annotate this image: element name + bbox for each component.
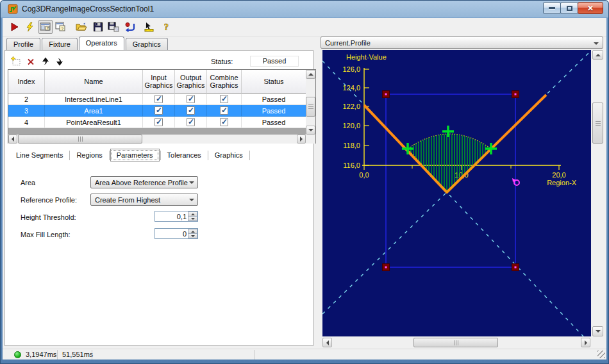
output-graphics-checkbox[interactable] <box>187 118 195 126</box>
combine-graphics-checkbox[interactable] <box>220 95 228 103</box>
float-result-display-button[interactable]: ? <box>54 20 68 34</box>
electric-pointer-button[interactable] <box>142 20 156 34</box>
title-bar[interactable]: Cog3DRangeImageCrossSectionTool1 ✕ <box>0 0 609 18</box>
maximize-button[interactable] <box>560 2 578 14</box>
open-button[interactable] <box>74 20 88 34</box>
chart-scroll-right-button[interactable] <box>581 338 590 347</box>
operator-row-intersectlineline1[interactable]: 2IntersectLineLine1Passed <box>8 94 306 105</box>
region-corner-handle[interactable] <box>512 91 519 98</box>
tab-separator <box>109 151 110 160</box>
delete-operator-button[interactable] <box>25 56 37 67</box>
max-fill-length-stepper[interactable]: 0 <box>154 228 198 239</box>
show-result-display-button[interactable]: ? <box>38 20 53 34</box>
column-header-status[interactable]: Status <box>242 70 306 94</box>
move-up-button[interactable] <box>40 56 51 67</box>
reference-profile-label: Reference Profile: <box>21 196 77 204</box>
profile-selector[interactable]: Current.Profile <box>321 37 603 49</box>
tab-parameters[interactable]: Parameters <box>110 149 160 161</box>
region-corner-handle[interactable] <box>383 264 390 271</box>
live-run-button[interactable] <box>23 20 37 34</box>
move-down-button[interactable] <box>54 56 65 67</box>
height-threshold-stepper[interactable]: 0,1 <box>154 211 198 222</box>
combine-graphics-checkbox[interactable] <box>220 106 228 115</box>
divider <box>92 350 92 360</box>
cell-input-graphics <box>143 94 175 105</box>
help-button[interactable]: ? <box>160 20 174 34</box>
up-arrow-icon <box>596 54 601 56</box>
chart-vscroll-thumb[interactable] <box>592 103 603 144</box>
save-as-button[interactable] <box>106 20 121 34</box>
thumb-grip <box>78 136 83 142</box>
cell-index: 4 <box>8 117 45 128</box>
chart-hscroll-thumb[interactable] <box>413 338 498 347</box>
region-corner-handle[interactable] <box>383 91 390 98</box>
operator-row-pointarearesult1[interactable]: 4PointAreaResult1Passed <box>8 117 306 128</box>
tab-regions[interactable]: Regions <box>71 149 108 161</box>
max-fill-length-value: 0 <box>183 230 187 238</box>
chart-scroll-left-button[interactable] <box>322 338 332 347</box>
column-header-input-graphics[interactable]: Input Graphics <box>143 70 175 94</box>
operator-row-area1[interactable]: 3Area1Passed <box>8 105 306 117</box>
chart-scroll-up-button[interactable] <box>592 50 603 60</box>
table-scroll-right-button[interactable] <box>297 135 306 144</box>
cell-combine-graphics <box>207 105 242 117</box>
tab-separator <box>160 151 161 160</box>
table-scroll-down-button[interactable] <box>306 126 315 135</box>
stepper-buttons <box>188 211 197 221</box>
stepper-down-button[interactable] <box>188 216 197 221</box>
tab-fixture[interactable]: Fixture <box>42 38 78 50</box>
save-button[interactable] <box>91 20 105 34</box>
close-button[interactable]: ✕ <box>578 2 603 14</box>
column-header-name[interactable]: Name <box>45 70 143 94</box>
column-header-combine-graphics[interactable]: Combine Graphics <box>207 70 242 94</box>
output-graphics-checkbox[interactable] <box>187 95 195 103</box>
cell-combine-graphics <box>207 94 242 105</box>
cell-output-graphics <box>175 117 207 128</box>
reset-arrow-icon <box>124 22 136 32</box>
table-scroll-left-button[interactable] <box>8 135 17 144</box>
resize-grip[interactable] <box>597 351 605 358</box>
tab-graphics[interactable]: Graphics <box>209 149 249 161</box>
y-tick-label: 122,0 <box>342 103 360 110</box>
up-arrow-icon <box>191 213 195 215</box>
tab-line-segments[interactable]: Line Segments <box>10 149 69 161</box>
status-value: Passed <box>250 56 299 67</box>
status-label: Status: <box>211 58 233 65</box>
run-button[interactable] <box>8 20 22 34</box>
cell-name: Area1 <box>45 105 143 117</box>
x-tick-label: 20,0 <box>552 171 565 179</box>
y-tick-label: 126,0 <box>342 65 360 73</box>
delete-x-icon <box>26 56 36 67</box>
tab-operators[interactable]: Operators <box>79 37 124 50</box>
chart-scroll-down-button[interactable] <box>592 326 603 336</box>
area-select[interactable]: Area Above Reference Profile <box>90 176 198 188</box>
reference-profile-select[interactable]: Create From Highest <box>90 194 198 206</box>
column-header-output-graphics[interactable]: Output Graphics <box>175 70 207 94</box>
output-graphics-checkbox[interactable] <box>187 106 195 115</box>
minimize-icon <box>549 7 555 9</box>
stepper-down-button[interactable] <box>188 233 197 238</box>
input-graphics-checkbox[interactable] <box>154 95 163 103</box>
left-arrow-icon <box>326 340 329 345</box>
table-hscroll-thumb[interactable] <box>18 135 142 144</box>
chevron-down-icon <box>189 181 194 184</box>
input-graphics-checkbox[interactable] <box>154 106 163 115</box>
tab-tolerances[interactable]: Tolerances <box>162 149 207 161</box>
cell-output-graphics <box>175 105 207 117</box>
add-operator-button[interactable] <box>10 56 22 67</box>
reset-button[interactable] <box>123 20 137 34</box>
input-graphics-checkbox[interactable] <box>154 118 163 126</box>
max-fill-length-label: Max Fill Length: <box>21 231 71 238</box>
profile-chart-canvas: 126,0124,0122,0120,0118,0116,00,010,020,… <box>322 50 591 336</box>
tab-profile[interactable]: Profile <box>6 38 40 50</box>
operator-table-rows: 2IntersectLineLine1Passed3Area1Passed4Po… <box>8 94 306 128</box>
column-header-index[interactable]: Index <box>8 70 45 94</box>
operators-page: Status: Passed IndexNameInput GraphicsOu… <box>4 50 313 346</box>
combine-graphics-checkbox[interactable] <box>220 118 228 126</box>
table-scroll-up-button[interactable] <box>306 70 315 79</box>
region-corner-handle[interactable] <box>512 264 519 271</box>
table-vscroll-thumb[interactable] <box>306 97 315 117</box>
y-tick-label: 118,0 <box>343 142 360 149</box>
minimize-button[interactable] <box>543 2 561 14</box>
tab-graphics[interactable]: Graphics <box>126 38 168 50</box>
